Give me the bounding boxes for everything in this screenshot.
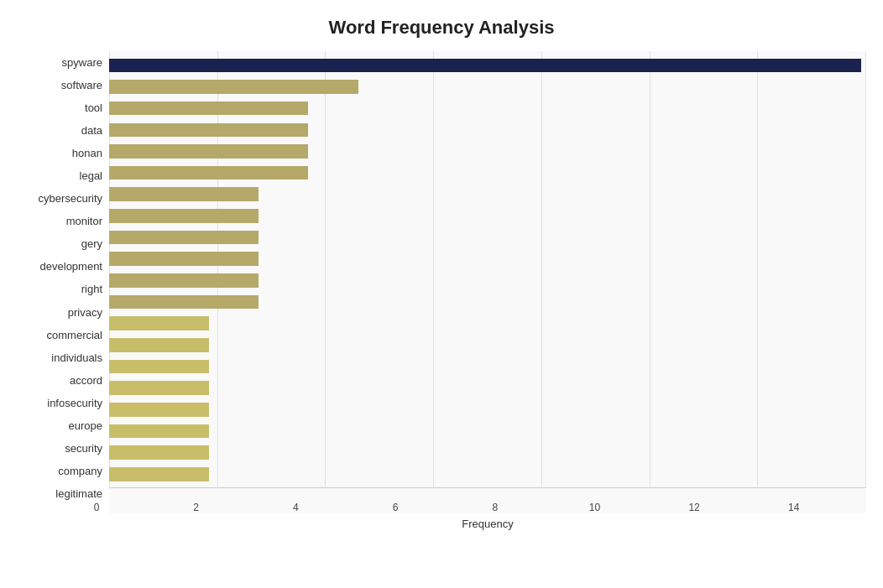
y-label: right <box>81 284 102 294</box>
bar-row <box>109 76 866 98</box>
bar-row <box>109 463 866 485</box>
y-label: data <box>81 125 102 136</box>
bar <box>109 338 209 352</box>
y-label: legal <box>80 170 102 181</box>
bar-row <box>109 184 866 206</box>
y-label: accord <box>70 375 102 386</box>
x-tick-label: 6 <box>383 502 408 513</box>
x-tick-label: 10 <box>582 502 607 513</box>
bar <box>109 187 259 201</box>
bar-row <box>109 270 866 292</box>
x-tick-label: 2 <box>184 502 209 513</box>
bar <box>109 467 209 481</box>
bar-row <box>109 248 866 270</box>
bar <box>109 166 308 180</box>
bar <box>109 101 308 116</box>
chart-area: spywaresoftwaretooldatahonanlegalcyberse… <box>17 51 866 530</box>
bar <box>109 252 259 266</box>
y-label: tool <box>85 102 102 113</box>
bar-row <box>109 399 866 421</box>
bar-row <box>109 442 866 464</box>
y-label: commercial <box>47 330 102 341</box>
x-tick-label: 4 <box>283 502 308 513</box>
x-axis-labels: 02468101214 <box>109 488 866 513</box>
bar <box>109 403 209 417</box>
y-label: spyware <box>62 57 102 68</box>
bar-row <box>109 206 866 227</box>
y-label: honan <box>72 148 102 159</box>
y-axis: spywaresoftwaretooldatahonanlegalcyberse… <box>17 51 109 530</box>
bar <box>109 295 259 310</box>
bar <box>109 59 861 73</box>
y-label: development <box>40 261 102 272</box>
bar <box>109 80 358 94</box>
grid-and-bars: 02468101214 <box>109 51 866 513</box>
y-label: legitimate <box>55 488 102 499</box>
bar <box>109 144 308 159</box>
bar-row <box>109 97 866 119</box>
bar <box>109 316 209 330</box>
bar-row <box>109 141 866 163</box>
bar <box>109 445 209 460</box>
bar <box>109 231 259 245</box>
bar <box>109 123 308 138</box>
x-axis-title: Frequency <box>109 518 866 530</box>
bar-row <box>109 119 866 141</box>
x-tick-label: 12 <box>682 502 707 513</box>
bar-row <box>109 377 866 399</box>
chart-title: Word Frequency Analysis <box>17 17 866 39</box>
chart-container: Word Frequency Analysis spywaresoftwaret… <box>0 0 883 588</box>
y-label: gery <box>81 238 102 249</box>
bar-row <box>109 313 866 335</box>
bar-row <box>109 356 866 377</box>
y-label: privacy <box>68 307 102 318</box>
x-tick-label: 14 <box>781 502 807 513</box>
x-tick-label: 8 <box>483 502 508 513</box>
y-label: infosecurity <box>47 398 102 408</box>
bar-row <box>109 291 866 313</box>
bar-row <box>109 335 866 356</box>
plot-area: 02468101214 Frequency <box>109 51 866 530</box>
bar <box>109 360 209 374</box>
bar-row <box>109 55 866 76</box>
bar <box>109 273 259 288</box>
bar <box>109 209 259 223</box>
y-label: cybersecurity <box>38 193 102 204</box>
y-label: europe <box>69 420 102 431</box>
x-tick-label: 0 <box>84 502 109 513</box>
bar-row <box>109 226 866 248</box>
bar-row <box>109 162 866 184</box>
y-label: company <box>58 466 102 476</box>
y-label: software <box>61 80 102 91</box>
bars-wrapper <box>109 51 866 488</box>
bar <box>109 424 209 439</box>
bar <box>109 381 209 395</box>
y-label: monitor <box>66 216 102 226</box>
y-label: security <box>65 443 102 454</box>
y-label: individuals <box>51 352 102 363</box>
bar-row <box>109 420 866 442</box>
